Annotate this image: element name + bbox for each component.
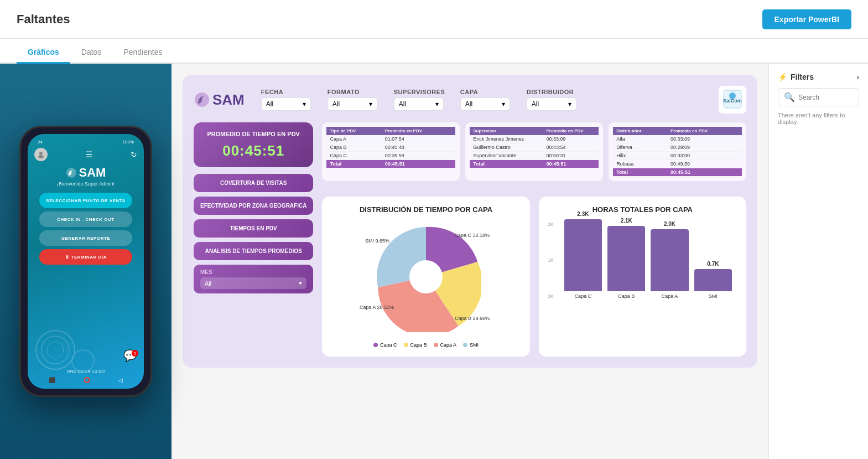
phone-bottom-nav: ⬛ ⭕ ◁ — [34, 374, 137, 384]
tab-graficos[interactable]: Gráficos — [17, 42, 70, 64]
chevron-down-icon: ▾ — [568, 100, 571, 108]
mes-card: MES All ▾ — [194, 265, 313, 293]
bar-value-capa-c: 2.3K — [577, 211, 589, 217]
dashboard-panel: SAM FECHA All ▾ FORMATO All ▾ — [183, 75, 757, 368]
filters-row: SAM FECHA All ▾ FORMATO All ▾ — [194, 86, 746, 114]
promedio-pdv-col-header: Promedio en PDV — [382, 127, 455, 135]
filter-fecha-select[interactable]: All ▾ — [261, 97, 311, 111]
expand-arrow-icon[interactable]: › — [856, 73, 859, 81]
filter-supervisores: SUPERVISORES All ▾ — [394, 89, 449, 111]
table-row: Robasa00:49:39 — [613, 160, 742, 168]
legend-item-smi: SMI — [463, 342, 479, 348]
bar-label-capa-b: Capa B — [618, 293, 635, 299]
filter-capa: CAPA All ▾ — [460, 89, 516, 111]
phone-mockup: 24 100% ☰ ↻ SAM — [19, 126, 152, 397]
phone-logo: SAM — [66, 166, 106, 180]
table-row: Capa C00:35:59 — [326, 152, 455, 160]
bar-value-capa-a: 2.0K — [664, 221, 675, 227]
svg-point-4 — [41, 336, 69, 364]
y-label-0k: 0K — [548, 293, 554, 299]
bar-group-smi: 0.7K SMI — [694, 261, 732, 299]
bar-value-smi: 0.7K — [707, 261, 719, 267]
filter-distribuidor-label: DISTRIBUIDOR — [527, 89, 574, 95]
analisis-tiempos-button[interactable]: ANALISIS DE TIEMPOS PROMEDIOS — [194, 242, 313, 260]
filter-distribuidor-select[interactable]: All ▾ — [527, 97, 576, 111]
pie-legend: Capa C Capa B Capa A — [373, 342, 479, 348]
phone-logo-text: SAM — [79, 166, 106, 180]
table-row: Diferva00:29:09 — [613, 143, 742, 152]
bar-group-capa-b: 2.1K Capa B — [607, 218, 645, 299]
filter-formato-label: FORMATO — [328, 89, 360, 95]
svg-point-6 — [72, 350, 94, 372]
bar-chart-card: HORAS TOTALES POR CAPA 0K 1K 2K — [539, 197, 746, 357]
table-row: Hilix00:33:00 — [613, 152, 742, 160]
filter-icon: ⚡ — [778, 73, 787, 81]
bar-capa-b — [607, 226, 645, 291]
refresh-icon[interactable]: ↻ — [131, 150, 137, 159]
efectividad-zona-button[interactable]: EFECTIVIDAD POR ZONA GEOGRAFICA — [194, 197, 313, 215]
phone-battery: 100% — [123, 140, 134, 145]
nav-tabs: Gráficos Datos Pendientes — [0, 39, 868, 64]
bar-label-smi: SMI — [709, 293, 718, 299]
pie-label-capa-c: Capa C 32.18% — [455, 233, 490, 238]
no-filters-message: There aren't any filters to display. — [778, 112, 859, 125]
tab-pendientes[interactable]: Pendientes — [112, 42, 173, 64]
tipo-pdv-table: Tipo de PDV Promedio en PDV Capa A01:07:… — [322, 122, 460, 181]
filter-capa-label: CAPA — [460, 89, 478, 95]
table-row: Supervisor Vacante00:50:31 — [470, 152, 599, 160]
promedio-card: PROMEDIO DE TIEMPO EN PDV 00:45:51 — [194, 122, 313, 167]
mes-select[interactable]: All ▾ — [200, 277, 306, 289]
hamburger-icon[interactable]: ☰ — [86, 150, 93, 159]
chevron-down-icon: ▾ — [303, 100, 306, 108]
table-row: Capa A01:07:54 — [326, 135, 455, 143]
phone-terminar-dia-button[interactable]: ⏸ TERMINAR DÍA — [39, 249, 132, 265]
sam-logo: SAM — [194, 91, 245, 109]
content-grid: PROMEDIO DE TIEMPO EN PDV 00:45:51 COVER… — [194, 122, 746, 357]
phone-screen: 24 100% ☰ ↻ SAM — [28, 134, 144, 389]
pie-label-capa-b: Capa B 29.66% — [455, 316, 490, 321]
filter-supervisores-label: SUPERVISORES — [394, 89, 445, 95]
filter-formato-select[interactable]: All ▾ — [328, 97, 377, 111]
notification-badge: 5 — [132, 350, 138, 357]
phone-generar-reporte-button[interactable]: GENERAR REPORTE — [39, 230, 132, 246]
phone-home-icon[interactable]: ⭕ — [84, 377, 90, 383]
phone-recent-icon[interactable]: ◁ — [118, 377, 123, 383]
avatar — [34, 148, 48, 161]
legend-dot-capa-a — [434, 343, 438, 347]
pie-chart-card: DISTRIBUCIÓN DE TIEMPO POR CAPA — [322, 197, 529, 357]
export-powerbi-button[interactable]: Exportar PowerBI — [762, 9, 851, 29]
bar-label-capa-c: Capa C — [575, 293, 592, 299]
table-total-row: Total00:45:51 — [470, 160, 599, 168]
phone-back-icon[interactable]: ⬛ — [49, 377, 55, 383]
legend-item-capa-c: Capa C — [373, 342, 397, 348]
svg-point-1 — [38, 155, 44, 158]
phone-checkin-button[interactable]: CHECK IN - CHECK OUT — [39, 212, 132, 227]
tables-row: Tipo de PDV Promedio en PDV Capa A01:07:… — [322, 122, 746, 181]
right-panel: ⚡ Filters › 🔍 There aren't any filters t… — [768, 64, 868, 459]
notification-icon[interactable]: 💬 5 — [123, 349, 137, 362]
legend-dot-smi — [463, 343, 467, 347]
pie-chart-container: Capa C 32.18% Capa B 29.66% Capa A 28.51… — [331, 221, 521, 348]
phone-select-pdv-button[interactable]: SELECCIONAR PUNTO DE VENTA — [39, 193, 132, 208]
supervisor-promedio-col-header: Promedio en PDV — [543, 127, 599, 135]
tiempos-pdv-button[interactable]: TIEMPOS EN PDV — [194, 219, 313, 238]
filters-panel-title: ⚡ Filters › — [778, 73, 859, 81]
bar-value-capa-b: 2.1K — [621, 218, 632, 224]
promedio-label: PROMEDIO DE TIEMPO EN PDV — [201, 130, 305, 138]
filters-search-box[interactable]: 🔍 — [778, 88, 859, 106]
filter-capa-select[interactable]: All ▾ — [460, 97, 510, 111]
tab-datos[interactable]: Datos — [70, 42, 113, 64]
filter-supervisores-select[interactable]: All ▾ — [394, 97, 444, 111]
distribuidor-table: Distribuidor Promedio en PDV Alfa00:53:0… — [609, 122, 746, 181]
bar-group-capa-c: 2.3K Capa C — [564, 211, 602, 299]
dashboard-area: SAM FECHA All ▾ FORMATO All ▾ — [171, 64, 768, 459]
table-row: Erick Jimenez Jimenez00:33:09 — [470, 135, 599, 143]
bar-capa-c — [564, 219, 602, 291]
y-label-2k: 2K — [548, 221, 554, 227]
legend-dot-capa-b — [404, 343, 408, 347]
cobertura-visitas-button[interactable]: COVERTURA DE VISITAS — [194, 174, 313, 192]
filters-search-input[interactable] — [798, 94, 853, 101]
filter-fecha-label: FECHA — [261, 89, 283, 95]
top-bar: Faltantes Exportar PowerBI — [0, 0, 868, 39]
distribuidor-promedio-col-header: Promedio en PDV — [667, 127, 742, 135]
